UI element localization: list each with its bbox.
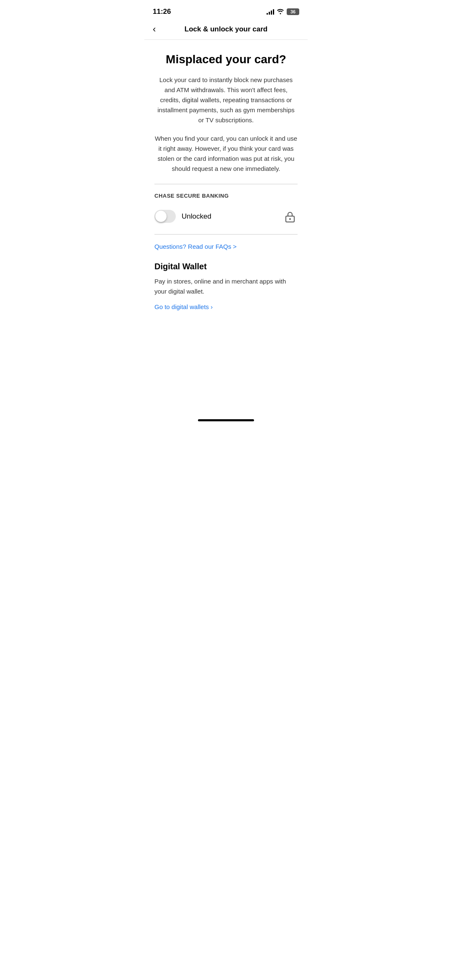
- description-paragraph-2: When you find your card, you can unlock …: [154, 134, 298, 174]
- wifi-icon: [277, 8, 284, 15]
- lock-icon-container: [282, 209, 298, 224]
- faq-link[interactable]: Questions? Read our FAQs >: [154, 243, 298, 250]
- svg-point-1: [289, 218, 291, 220]
- description-paragraph-1: Lock your card to instantly block new pu…: [154, 75, 298, 125]
- go-to-digital-wallets-link[interactable]: Go to digital wallets ›: [154, 303, 298, 310]
- lock-toggle[interactable]: [154, 210, 176, 223]
- toggle-knob: [155, 211, 167, 222]
- toggle-label: Unlocked: [182, 212, 211, 221]
- divider-middle: [154, 234, 298, 235]
- status-time: 11:26: [153, 8, 171, 16]
- status-icons: 36: [267, 8, 299, 15]
- digital-wallet-section: Digital Wallet Pay in stores, online and…: [154, 262, 298, 310]
- digital-wallet-description: Pay in stores, online and in merchant ap…: [154, 276, 298, 297]
- spacer: [154, 319, 298, 402]
- divider-top: [154, 184, 298, 184]
- lock-toggle-row: Unlocked: [154, 206, 298, 227]
- home-indicator: [198, 419, 254, 421]
- section-label: CHASE SECURE BANKING: [154, 193, 298, 199]
- back-button[interactable]: ‹: [153, 24, 156, 35]
- toggle-left-group: Unlocked: [154, 210, 211, 223]
- battery-icon: 36: [287, 8, 299, 15]
- signal-icon: [267, 9, 274, 15]
- page-heading: Misplaced your card?: [154, 52, 298, 67]
- main-content: Misplaced your card? Lock your card to i…: [144, 40, 308, 402]
- digital-wallet-title: Digital Wallet: [154, 262, 298, 271]
- page-title: Lock & unlock your card: [185, 25, 267, 34]
- nav-bar: ‹ Lock & unlock your card: [144, 21, 308, 40]
- status-bar: 11:26 36: [144, 0, 308, 21]
- lock-icon: [284, 211, 296, 222]
